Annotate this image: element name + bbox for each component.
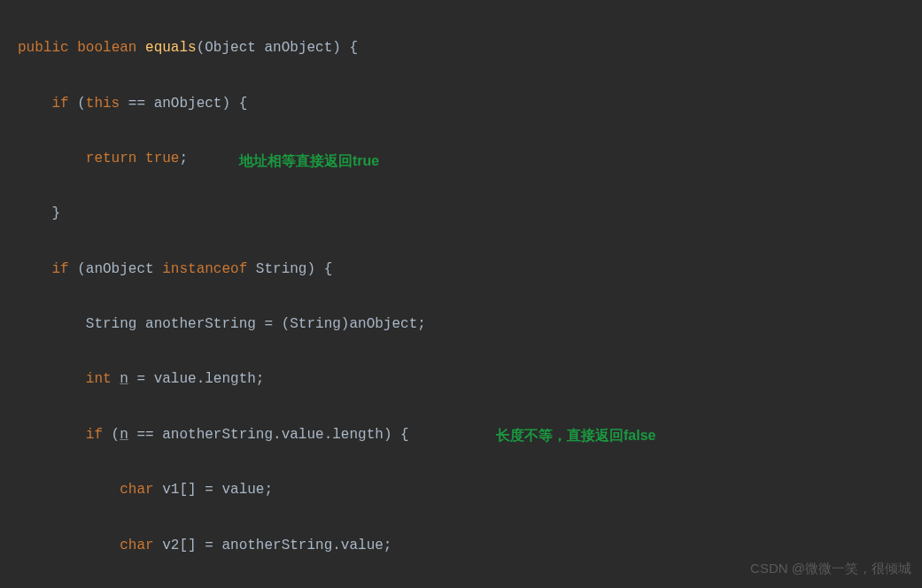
watermark: CSDN @微微一笑，很倾城 (750, 555, 911, 581)
annotation-length-unequal: 长度不等，直接返回false (496, 422, 655, 449)
keyword-this: this (86, 96, 120, 112)
method-name: equals (145, 40, 197, 56)
literal-true: true (145, 151, 179, 166)
keyword-int: int (86, 371, 112, 387)
code-line: if (n == anotherString.value.length) {长度… (18, 422, 922, 449)
code-line: int n = value.length; (18, 366, 922, 393)
code-line: char v1[] = value; (18, 476, 922, 504)
keyword-if: if (51, 261, 68, 277)
var-n: n (120, 371, 128, 387)
annotation-address-equal: 地址相等直接返回true (239, 147, 379, 174)
param-type: Object (205, 40, 256, 56)
var-n: n (120, 427, 128, 443)
keyword-return: return (86, 151, 137, 166)
code-line: public boolean equals(Object anObject) { (18, 35, 922, 62)
code-editor: public boolean equals(Object anObject) {… (0, 7, 922, 588)
keyword-instanceof: instanceof (162, 261, 247, 277)
keyword-public: public (18, 40, 69, 56)
code-line: String anotherString = (String)anObject; (18, 311, 922, 338)
code-line: } (18, 200, 922, 228)
keyword-if: if (86, 427, 103, 443)
keyword-if: if (51, 96, 68, 112)
keyword-char: char (120, 538, 153, 553)
code-line: return true;地址相等直接返回true (18, 145, 922, 173)
param-name: anObject (264, 40, 332, 56)
code-line: if (anObject instanceof String) { (18, 256, 922, 283)
code-line: if (this == anObject) { (18, 90, 922, 118)
keyword-boolean: boolean (77, 40, 136, 56)
keyword-char: char (120, 482, 153, 498)
